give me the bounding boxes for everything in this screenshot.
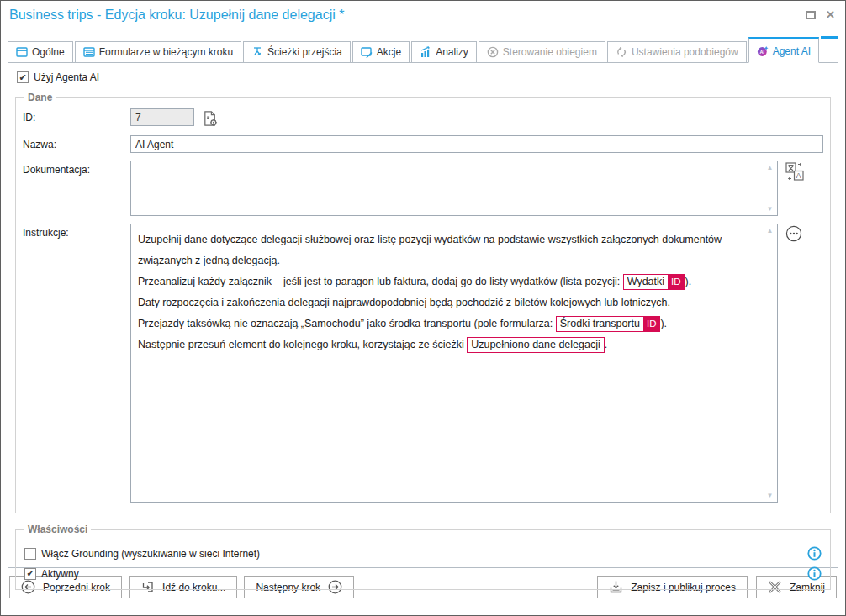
instruction-paragraph: Uzupełnij dane dotyczące delegacji służb… <box>138 229 757 271</box>
tab-sterowanie-obiegiem[interactable]: Sterowanie obiegiem <box>479 41 605 63</box>
use-agent-checkbox-row[interactable]: ✔ Użyj Agenta AI <box>8 70 838 90</box>
tab-label: Ogólne <box>32 46 65 58</box>
actions-icon <box>361 46 373 58</box>
documentation-label: Dokumentacja: <box>23 161 130 176</box>
checkbox-checked-icon[interactable]: ✔ <box>17 71 29 83</box>
subworkflow-settings-icon <box>616 46 627 58</box>
agent-ai-icon: AI <box>757 45 769 57</box>
tab-agent-ai[interactable]: AI Agent AI <box>748 37 819 63</box>
active-label: Aktywny <box>41 568 79 580</box>
properties-group: Właściwości Włącz Grounding (wyszukiwani… <box>15 524 831 590</box>
tab-ustawienia-podobiegow[interactable]: Ustawienia podobiegów <box>607 41 747 63</box>
window-title: Business trips - Edycja kroku: Uzupełnij… <box>9 8 837 23</box>
tab-ogolne[interactable]: Ogólne <box>8 41 73 63</box>
scrollbar[interactable]: ▲▼ <box>764 225 776 501</box>
grounding-row: Włącz Grounding (wyszukiwanie w sieci In… <box>24 546 822 561</box>
field-tag-wydatki[interactable]: WydatkiID <box>623 274 685 290</box>
checkbox-checked-icon[interactable]: ✔ <box>24 568 36 580</box>
window-icon <box>16 46 28 58</box>
tag-id-badge: ID <box>668 275 685 289</box>
tab-label: Analizy <box>436 46 468 58</box>
path-tag-uzupelniono[interactable]: Uzupełniono dane delegacji <box>467 337 605 353</box>
properties-group-title: Właściwości <box>24 524 91 535</box>
instructions-label: Instrukcje: <box>23 224 130 239</box>
title-bar: Business trips - Edycja kroku: Uzupełnij… <box>1 1 845 31</box>
restore-window-icon[interactable] <box>806 11 816 19</box>
grounding-label: Włącz Grounding (wyszukiwanie w sieci In… <box>41 548 260 560</box>
instruction-paragraph: Następnie przesuń element do kolejnego k… <box>138 334 757 355</box>
id-label: ID: <box>23 108 130 124</box>
scrollbar[interactable]: ▲▼ <box>764 162 776 214</box>
tab-content-panel: ✔ Użyj Agenta AI Dane ID: Nazwa: <box>8 62 838 568</box>
name-input[interactable] <box>130 135 823 153</box>
tab-label: Sterowanie obiegiem <box>503 46 597 58</box>
tab-formularze[interactable]: Formularze w bieżącym kroku <box>75 41 241 63</box>
tag-id-badge: ID <box>643 317 660 331</box>
active-tab-accent-line <box>821 36 838 62</box>
name-label: Nazwa: <box>23 135 130 150</box>
analytics-chart-icon <box>420 46 431 58</box>
instruction-paragraph: Przeanalizuj każdy załącznik – jeśli jes… <box>138 271 757 292</box>
instruction-paragraph: Daty rozpoczęcia i zakończenia delegacji… <box>138 292 757 313</box>
ellipsis-expression-editor-icon[interactable] <box>785 225 802 242</box>
info-icon[interactable] <box>807 546 822 561</box>
name-row: Nazwa: <box>23 135 823 153</box>
use-agent-label: Użyj Agenta AI <box>34 71 99 83</box>
id-row: ID: <box>23 108 823 128</box>
tab-bar: Ogólne Formularze w bieżącym kroku Ścież… <box>8 36 838 62</box>
tab-akcje[interactable]: Akcje <box>352 41 410 63</box>
id-input <box>130 108 194 126</box>
svg-text:AI: AI <box>759 49 764 54</box>
window-controls: ✕ <box>806 9 835 20</box>
tab-label: Ścieżki przejścia <box>267 46 342 58</box>
instructions-text: Uzupełnij dane dotyczące delegacji służb… <box>131 224 777 361</box>
dane-group-title: Dane <box>24 92 56 103</box>
documentation-row: Dokumentacja: ▲▼ A <box>23 161 823 216</box>
svg-text:A: A <box>796 171 801 180</box>
dialog-window: Business trips - Edycja kroku: Uzupełnij… <box>0 0 846 616</box>
id-details-gear-icon[interactable] <box>202 110 219 128</box>
workflow-control-icon <box>487 46 499 58</box>
tab-label: Formularze w bieżącym kroku <box>99 46 233 58</box>
dane-group: Dane ID: Nazwa: Dokumentacja: <box>15 92 831 513</box>
instructions-row: Instrukcje: Uzupełnij dane dotyczące del… <box>23 224 823 503</box>
close-window-icon[interactable]: ✕ <box>826 9 835 20</box>
documentation-textarea[interactable]: ▲▼ <box>130 161 778 216</box>
info-icon[interactable] <box>807 566 822 581</box>
field-tag-srodki-transportu[interactable]: Środki transportuID <box>556 316 661 332</box>
checkbox-unchecked-icon[interactable] <box>24 548 36 560</box>
active-row: ✔ Aktywny <box>24 566 822 581</box>
tab-label: Agent AI <box>773 45 811 57</box>
form-list-icon <box>83 46 95 58</box>
translate-icon[interactable]: A <box>785 162 804 181</box>
tab-label: Ustawienia podobiegów <box>632 46 738 58</box>
tab-analizy[interactable]: Analizy <box>411 41 477 63</box>
instructions-textarea[interactable]: Uzupełnij dane dotyczące delegacji służb… <box>130 224 778 503</box>
instruction-paragraph: Przejazdy taksówką nie oznaczają „Samoch… <box>138 313 757 334</box>
tab-label: Akcje <box>377 46 401 58</box>
tab-sciezki-przejscia[interactable]: Ścieżki przejścia <box>243 41 351 63</box>
transition-paths-icon <box>251 46 263 58</box>
